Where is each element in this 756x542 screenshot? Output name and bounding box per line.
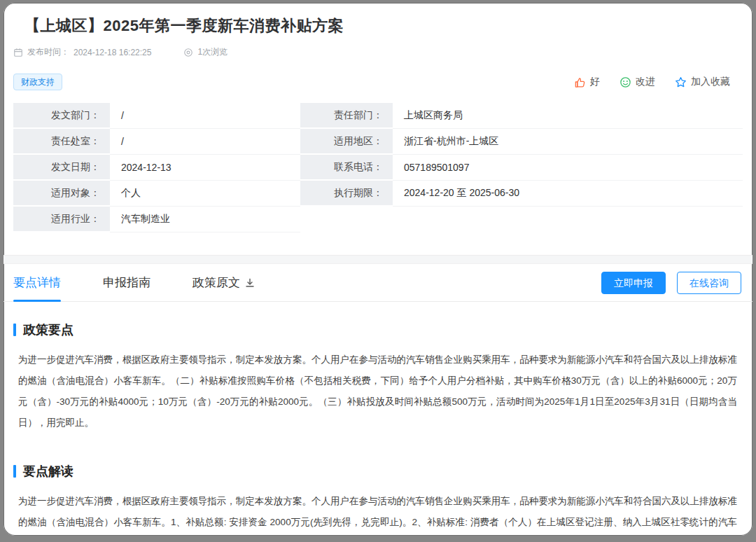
tab-bar: 要点详情 申报指南 政策原文 立即申报 在线咨询 [4,264,752,302]
tab-content: 政策要点 为进一步促进汽车消费，根据区政府主要领导指示，制定本发放方案。个人用户… [4,321,752,536]
tab-guide[interactable]: 申报指南 [103,264,150,302]
info-value: 浙江省-杭州市-上城区 [393,129,743,155]
info-value: / [110,129,300,155]
tab-action-buttons: 立即申报 在线咨询 [601,272,741,294]
section-divider [4,255,752,264]
improve-button[interactable]: 改进 [620,76,655,88]
info-value: 汽车制造业 [110,207,300,232]
tab-original[interactable]: 政策原文 [192,264,255,302]
views-count: 1次浏览 [197,46,227,58]
publish-time-value: 2024-12-18 16:22:25 [74,48,151,57]
page-header: 【上城区】2025年第一季度新车消费补贴方案 发布时间： 2024-12-18 … [4,3,752,232]
tab-guide-label: 申报指南 [103,275,150,291]
tag-row: 财政支持 好 [13,74,743,90]
info-table: 发文部门： / 责任部门： 上城区商务局 责任处室： / 适用地区： 浙江省-杭… [13,103,743,232]
info-label: 执行期限： [300,181,393,207]
favorite-label: 加入收藏 [691,76,730,88]
like-button[interactable]: 好 [574,76,600,88]
apply-now-button[interactable]: 立即申报 [601,272,666,294]
smiley-icon [620,76,631,88]
interpretation-body: 为进一步促进汽车消费，根据区政府主要领导指示，制定本发放方案。个人用户在参与活动… [18,491,737,536]
info-label: 责任处室： [13,129,110,155]
section-accent-bar [13,465,16,478]
improve-label: 改进 [636,76,655,88]
info-label: 适用对象： [13,181,110,207]
publish-time-item: 发布时间： 2024-12-18 16:22:25 [13,46,151,58]
info-value: 2024-12-20 至 2025-06-30 [393,181,743,207]
like-label: 好 [590,76,600,88]
meta-row: 发布时间： 2024-12-18 16:22:25 1次浏览 [13,46,743,58]
policy-tag-badge: 财政支持 [13,74,62,90]
download-icon [244,277,255,289]
online-consult-button[interactable]: 在线咨询 [677,272,741,294]
policy-points-header: 政策要点 [13,321,743,338]
info-empty-cell [300,207,393,232]
calendar-icon [13,48,23,57]
tab-detail-label: 要点详情 [13,275,61,291]
policy-detail-page: 【上城区】2025年第一季度新车消费补贴方案 发布时间： 2024-12-18 … [4,3,752,536]
info-value: / [110,103,300,129]
info-label: 联系电话： [300,155,393,181]
info-label: 适用地区： [300,129,393,155]
interpretation-header: 要点解读 [13,463,743,480]
info-label: 适用行业： [13,207,110,232]
info-label: 发文部门： [13,103,110,129]
interpretation-title: 要点解读 [23,463,74,480]
section-accent-bar [13,324,16,336]
page-title: 【上城区】2025年第一季度新车消费补贴方案 [24,15,732,36]
info-value: 057189501097 [393,155,743,181]
publish-time-label: 发布时间： [27,46,69,58]
info-label: 发文日期： [13,155,110,181]
info-value: 2024-12-13 [110,155,300,181]
feedback-actions: 好 改进 [574,76,730,88]
tab-detail[interactable]: 要点详情 [13,264,61,302]
info-value: 个人 [110,181,300,207]
thumbs-up-icon [574,76,586,88]
eye-icon [183,48,193,57]
info-label: 责任部门： [300,103,393,129]
tab-original-label: 政策原文 [192,275,240,291]
star-icon [675,76,687,88]
info-empty-cell [393,207,743,232]
views-item: 1次浏览 [183,46,227,58]
policy-points-title: 政策要点 [23,321,74,338]
favorite-button[interactable]: 加入收藏 [675,76,730,88]
policy-points-body: 为进一步促进汽车消费，根据区政府主要领导指示，制定本发放方案。个人用户在参与活动… [18,349,737,433]
info-value: 上城区商务局 [393,103,743,129]
